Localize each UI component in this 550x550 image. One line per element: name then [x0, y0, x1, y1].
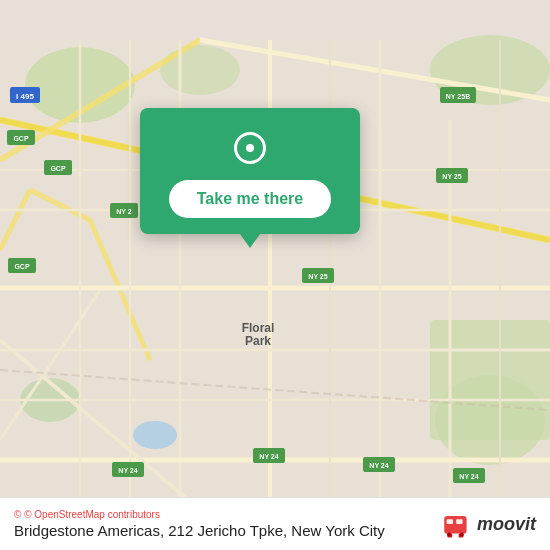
svg-text:Floral: Floral — [242, 321, 275, 335]
svg-text:NY 2: NY 2 — [116, 208, 132, 215]
svg-text:NY 25B: NY 25B — [446, 93, 470, 100]
moovit-logo: moovit — [441, 508, 536, 540]
location-pin-icon — [234, 132, 266, 164]
svg-point-67 — [460, 532, 464, 536]
copyright-symbol: © — [14, 509, 21, 520]
location-dot — [246, 144, 254, 152]
map-background: I 495 GCP GCP GCP NY 25B NY 25B NY 25 NY… — [0, 0, 550, 550]
svg-text:GCP: GCP — [14, 263, 30, 270]
bottom-left-info: © © OpenStreetMap contributors Bridgesto… — [14, 509, 385, 539]
svg-rect-65 — [456, 519, 462, 524]
svg-text:NY 24: NY 24 — [118, 467, 137, 474]
svg-text:NY 24: NY 24 — [369, 462, 388, 469]
svg-text:Park: Park — [245, 334, 271, 348]
svg-text:NY 25: NY 25 — [308, 273, 327, 280]
map-container: I 495 GCP GCP GCP NY 25B NY 25B NY 25 NY… — [0, 0, 550, 550]
location-icon-wrapper — [228, 126, 272, 170]
take-me-there-button[interactable]: Take me there — [169, 180, 331, 218]
moovit-icon — [441, 508, 473, 540]
location-name: Bridgestone Americas, 212 Jericho Tpke, … — [14, 522, 385, 539]
osm-credit: © © OpenStreetMap contributors — [14, 509, 385, 520]
moovit-text: moovit — [477, 514, 536, 535]
svg-text:NY 24: NY 24 — [259, 453, 278, 460]
svg-text:GCP: GCP — [50, 165, 66, 172]
svg-rect-61 — [444, 516, 466, 534]
svg-text:I 495: I 495 — [16, 92, 34, 101]
svg-rect-64 — [447, 519, 453, 524]
osm-credit-text: © OpenStreetMap contributors — [24, 509, 160, 520]
bottom-bar: © © OpenStreetMap contributors Bridgesto… — [0, 497, 550, 550]
svg-point-2 — [160, 45, 240, 95]
svg-text:GCP: GCP — [13, 135, 29, 142]
svg-point-66 — [447, 532, 451, 536]
svg-text:NY 24: NY 24 — [459, 473, 478, 480]
svg-point-7 — [133, 421, 177, 449]
svg-text:NY 25: NY 25 — [442, 173, 461, 180]
popup-card: Take me there — [140, 108, 360, 234]
